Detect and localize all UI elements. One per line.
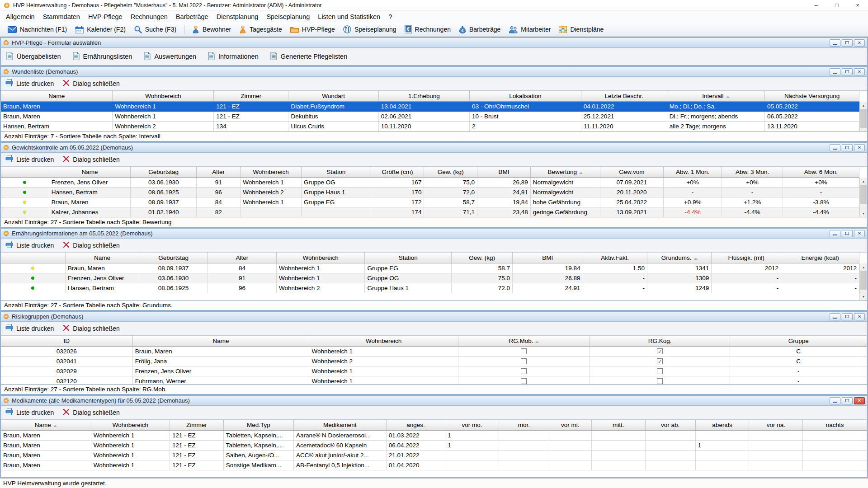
column-header[interactable]: Wohnbereich <box>113 91 214 101</box>
vertical-scrollbar[interactable]: ▲ ▼ <box>859 102 867 131</box>
column-header[interactable]: Wohnbereich <box>309 336 458 346</box>
table-row[interactable]: Hansen, Bertram08.06.192596Wohnbereich 2… <box>1 187 859 197</box>
ernaehrungslisten-button[interactable]: Ernährungslisten <box>73 52 132 61</box>
column-header[interactable]: Energie (kcal) <box>781 253 859 263</box>
column-header[interactable]: Station <box>365 253 452 263</box>
panel-close-button[interactable]: × <box>854 397 865 404</box>
column-header[interactable]: Name <box>1 91 113 101</box>
column-header[interactable]: vor mi. <box>549 420 591 430</box>
column-header[interactable]: Medikament <box>293 420 386 430</box>
menu-stammdaten[interactable]: Stammdaten <box>39 12 84 22</box>
menu-hvp-pflege[interactable]: HVP-Pflege <box>84 12 127 22</box>
menu-speiseplanung[interactable]: Speiseplanung <box>262 12 314 22</box>
table-row[interactable]: Braun, MarenWohnbereich 1121 - EZSalben,… <box>1 450 867 460</box>
print-list-button[interactable]: Liste drucken <box>5 241 54 249</box>
column-header[interactable]: vor na. <box>749 420 803 430</box>
panel-close-button[interactable]: × <box>854 68 865 75</box>
column-header[interactable]: Nächste Versorgung <box>765 91 859 101</box>
table-row[interactable]: Braun, MarenWohnbereich 1121 - EZTablett… <box>1 440 867 450</box>
table-row[interactable]: Hansen, BertramWohnbereich 2134Ulcus Cru… <box>1 121 859 131</box>
scroll-down-button[interactable]: ▼ <box>860 210 867 217</box>
toolbar-dienstplaene-button[interactable]: Dienstpläne <box>555 24 608 34</box>
table-row[interactable]: Braun, Maren08.09.193784Wohnbereich 1Gru… <box>1 263 859 273</box>
column-header[interactable]: Zimmer <box>214 91 288 101</box>
generierte-pflegelisten-button[interactable]: Generierte Pflegelisten <box>270 52 348 61</box>
column-header[interactable]: Gew.vom <box>600 167 663 177</box>
checkbox[interactable] <box>521 368 527 374</box>
checkbox[interactable] <box>521 348 527 354</box>
column-header[interactable]: Wohnbereich <box>241 167 302 177</box>
checkbox[interactable]: ✓ <box>657 348 663 354</box>
table-row[interactable]: Braun, Maren08.09.193784Wohnbereich 1Gru… <box>1 197 859 207</box>
column-header[interactable]: Gew. (kg) <box>424 167 477 177</box>
scroll-up-button[interactable]: ▲ <box>860 102 867 109</box>
column-header[interactable]: Wundart <box>288 91 378 101</box>
toolbar-tagesgaeste-button[interactable]: Tagesgäste <box>235 24 286 35</box>
table-row[interactable]: Braun, MarenWohnbereich 1121 - EZDiabet.… <box>1 101 859 111</box>
print-list-button[interactable]: Liste drucken <box>5 408 54 417</box>
print-list-button[interactable]: Liste drucken <box>5 155 54 164</box>
panel-restore-button[interactable] <box>842 39 853 47</box>
checkbox[interactable] <box>521 378 527 384</box>
column-header[interactable]: Name <box>65 253 139 263</box>
scroll-track[interactable] <box>860 204 867 210</box>
panel-minimize-button[interactable] <box>830 397 840 404</box>
scroll-down-button[interactable]: ▼ <box>860 293 867 300</box>
scroll-down-button[interactable]: ▼ <box>860 128 867 131</box>
toolbar-bewohner-button[interactable]: Bewohner <box>188 24 235 35</box>
column-header[interactable]: mitt. <box>591 420 645 430</box>
table-row[interactable]: Braun, MarenWohnbereich 1121 - EZDekubit… <box>1 111 859 121</box>
scroll-track[interactable] <box>860 290 867 293</box>
close-button[interactable]: × <box>847 0 868 10</box>
column-header[interactable]: Alter <box>197 167 241 177</box>
scroll-thumb[interactable] <box>860 109 867 128</box>
column-header[interactable]: Abw. 6 Mon. <box>783 167 859 177</box>
toolbar-nachrichten-button[interactable]: Nachrichten (F1) <box>4 24 71 34</box>
column-header[interactable]: Geburtstag <box>131 167 197 177</box>
panel-close-button[interactable]: × <box>854 144 865 151</box>
uebergabelisten-button[interactable]: Übergabelisten <box>6 52 61 61</box>
checkbox[interactable] <box>657 378 663 384</box>
column-header[interactable]: Aktiv.Fakt. <box>583 253 647 263</box>
menu-allgemein[interactable]: Allgemein <box>2 12 39 22</box>
close-dialog-button[interactable]: Dialog schließen <box>63 324 120 333</box>
panel-minimize-button[interactable] <box>830 68 840 75</box>
column-header[interactable]: Name <box>132 336 309 346</box>
print-list-button[interactable]: Liste drucken <box>5 79 54 88</box>
close-dialog-button[interactable]: Dialog schließen <box>63 408 120 417</box>
column-header[interactable]: BMI <box>512 253 583 263</box>
maximize-button[interactable]: □ <box>826 0 847 10</box>
panel-close-button[interactable]: × <box>854 313 865 320</box>
toolbar-hvp-pflege-button[interactable]: HVP-Pflege <box>286 24 339 34</box>
column-header[interactable]: Name <box>49 167 130 177</box>
column-header[interactable]: Gew. (kg) <box>452 253 513 263</box>
panel-close-button[interactable]: × <box>854 230 865 237</box>
toolbar-suche-button[interactable]: Suche (F3) <box>130 24 180 35</box>
column-header[interactable]: Med.Typ <box>223 420 293 430</box>
panel-restore-button[interactable] <box>842 313 853 320</box>
table-row[interactable]: 032026Braun, MarenWohnbereich 1✓C <box>1 346 867 356</box>
column-header[interactable]: Letzte Beschr. <box>581 91 667 101</box>
menu-listen-statistiken[interactable]: Listen und Statistiken <box>314 12 384 22</box>
checkbox[interactable]: ✓ <box>657 358 663 364</box>
table-row[interactable]: Kalzer, Johannes01.02.19408217471,123,48… <box>1 207 859 217</box>
column-header[interactable]: anges. <box>386 420 445 430</box>
panel-minimize-button[interactable] <box>830 39 840 47</box>
column-header[interactable]: Alter <box>208 253 277 263</box>
panel-minimize-button[interactable] <box>830 144 840 151</box>
menu-help[interactable]: ? <box>384 12 396 22</box>
close-dialog-button[interactable]: Dialog schließen <box>63 241 120 249</box>
column-header[interactable]: Lokalisation <box>470 91 581 101</box>
panel-minimize-button[interactable] <box>830 313 840 320</box>
column-header[interactable]: ID <box>1 336 132 346</box>
panel-restore-button[interactable] <box>842 68 853 75</box>
panel-minimize-button[interactable] <box>830 230 840 237</box>
column-header[interactable]: RG.Kog. <box>590 336 730 346</box>
table-row[interactable]: Hansen, Bertram08.06.192596Wohnbereich 2… <box>1 283 859 293</box>
column-header[interactable]: vor ab. <box>645 420 695 430</box>
column-header[interactable]: Intervall <box>667 91 764 101</box>
checkbox[interactable] <box>521 358 527 364</box>
panel-restore-button[interactable] <box>842 230 853 237</box>
scroll-up-button[interactable]: ▲ <box>860 263 867 271</box>
print-list-button[interactable]: Liste drucken <box>5 324 54 333</box>
